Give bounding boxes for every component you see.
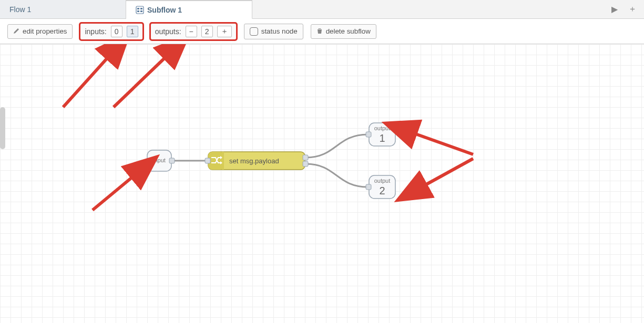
svg-rect-11 [303,155,308,160]
svg-rect-14 [366,132,371,137]
output2-small: output [374,178,391,184]
input-node-label: input [153,157,166,163]
inputs-control: inputs: 0 1 [80,23,142,40]
change-node-label: set msg.payload [229,157,279,165]
tabstrip-actions: ▶ ＋ [604,0,644,18]
outputs-decrement[interactable]: − [186,26,197,37]
tabstrip: Flow 1 Subflow 1 ▶ ＋ [0,0,644,19]
output1-num: 1 [379,132,385,144]
svg-rect-2 [140,8,142,9]
svg-rect-3 [137,11,139,12]
add-tab-icon[interactable]: ＋ [625,2,640,17]
svg-rect-10 [205,158,210,163]
svg-rect-0 [136,6,144,14]
pencil-icon [13,28,19,35]
tab-label: Flow 1 [9,5,31,14]
svg-rect-16 [366,184,371,190]
outputs-increment[interactable]: ＋ [217,26,232,37]
subflow-output-2[interactable]: output 2 [366,175,395,199]
delete-subflow-label: delete subflow [326,28,371,35]
output2-num: 2 [379,185,385,196]
inputs-option-0[interactable]: 0 [111,26,122,37]
svg-rect-12 [303,161,308,166]
wire-change-to-output2 [306,164,368,187]
edit-properties-label: edit properties [23,28,67,35]
tab-flow-1[interactable]: Flow 1 [0,0,126,18]
trash-icon [316,28,323,35]
svg-rect-9 [222,152,224,170]
change-node[interactable]: set msg.payload [205,152,308,170]
status-node-button[interactable]: status node [244,24,303,39]
run-icon[interactable]: ▶ [608,2,621,16]
svg-rect-4 [140,11,142,12]
flow-canvas[interactable]: input set msg.payload output 1 [0,44,644,323]
tab-subflow-1[interactable]: Subflow 1 [126,0,252,19]
subflow-icon [136,6,144,14]
inputs-option-1[interactable]: 1 [127,26,138,37]
subflow-output-1[interactable]: output 1 [366,123,395,146]
edit-properties-button[interactable]: edit properties [7,24,73,39]
delete-subflow-button[interactable]: delete subflow [311,24,376,39]
status-node-label: status node [261,28,298,35]
svg-rect-6 [169,158,175,163]
inputs-label: inputs: [85,27,106,36]
tab-label: Subflow 1 [147,6,182,14]
outputs-value: 2 [201,26,213,37]
output1-small: output [374,125,391,131]
checkbox-icon [250,27,258,36]
subflow-input-node[interactable]: input [147,150,175,171]
canvas-svg: input set msg.payload output 1 [0,44,644,323]
outputs-control: outputs: − 2 ＋ [150,23,237,40]
subflow-toolbar: edit properties inputs: 0 1 outputs: − 2… [0,19,644,44]
outputs-label: outputs: [155,27,181,36]
wire-change-to-output1 [306,134,368,158]
svg-rect-1 [137,8,139,9]
